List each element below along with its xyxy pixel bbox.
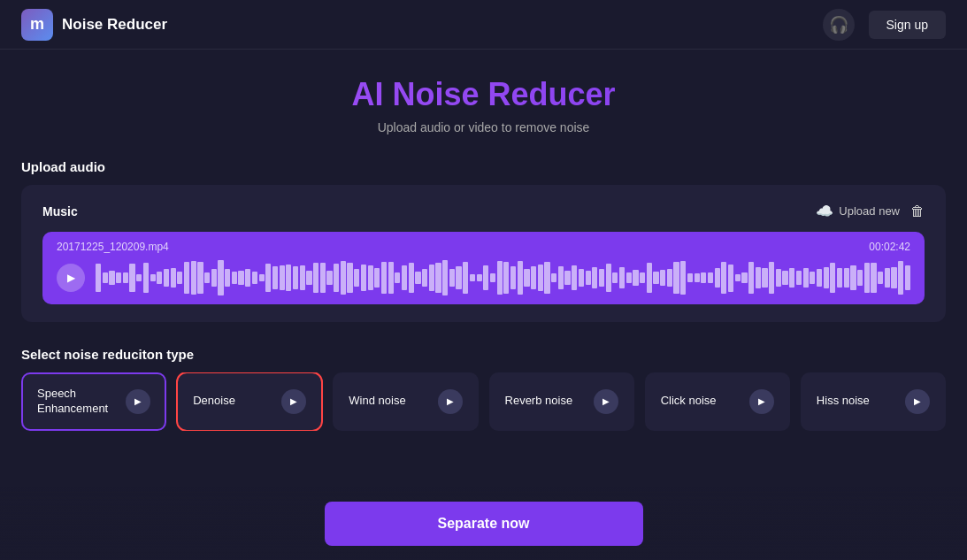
noise-play-button[interactable]: ▶ <box>126 389 150 414</box>
waveform-bar <box>878 272 883 284</box>
waveform-bar <box>280 265 285 289</box>
waveform-bar <box>544 262 549 293</box>
header-left: m Noise Reducer <box>21 9 167 41</box>
noise-section-label: Select noise reduciton type <box>21 347 946 362</box>
noise-card-label: Denoise <box>193 394 235 409</box>
duration: 00:02:42 <box>869 241 910 253</box>
waveform-bar <box>150 274 156 282</box>
waveform-bar <box>429 265 434 291</box>
waveform-bar <box>470 274 475 282</box>
waveform-bar <box>395 272 400 283</box>
play-button[interactable]: ▶ <box>57 264 85 292</box>
waveform-bar <box>381 262 387 294</box>
upload-icon: ☁️ <box>816 203 833 219</box>
noise-play-button[interactable]: ▶ <box>905 389 930 414</box>
waveform-bar <box>286 265 291 291</box>
waveform-bar <box>96 264 101 293</box>
waveform-bar <box>633 270 638 287</box>
waveform-bar <box>435 263 441 292</box>
waveform-bar <box>204 272 210 282</box>
upload-section-label: Upload audio <box>21 159 946 174</box>
waveform-bar <box>789 268 794 288</box>
waveform-bar <box>232 272 237 285</box>
waveform-bar <box>218 260 223 295</box>
waveform-bar <box>551 273 556 282</box>
waveform-bar <box>252 272 257 283</box>
logo-icon: m <box>21 9 53 41</box>
waveform-bar <box>695 273 700 283</box>
upload-actions: ☁️ Upload new 🗑 <box>816 203 925 219</box>
waveform-bar <box>653 272 658 285</box>
noise-play-button[interactable]: ▶ <box>594 389 618 414</box>
waveform-bar <box>871 263 876 294</box>
waveform-bar <box>599 269 604 288</box>
waveform-bar <box>238 271 243 286</box>
separate-now-button[interactable]: Separate now <box>325 502 643 546</box>
waveform-bar <box>796 271 802 285</box>
waveform-bar <box>265 264 271 292</box>
noise-card-click[interactable]: Click noise▶ <box>645 372 790 431</box>
noise-play-button[interactable]: ▶ <box>438 389 463 414</box>
waveform-bar <box>558 266 564 289</box>
upload-new-button[interactable]: ☁️ Upload new <box>816 203 900 219</box>
signup-button[interactable]: Sign up <box>869 11 946 39</box>
waveform-bar <box>123 272 128 283</box>
waveform-bar <box>728 265 733 292</box>
hero-subtitle: Upload audio or video to remove noise <box>21 120 946 134</box>
notification-icon[interactable]: 🎧 <box>823 9 855 41</box>
noise-card-denoise[interactable]: Denoise▶ <box>177 372 322 431</box>
noise-card-reverb[interactable]: Reverb noise▶ <box>489 372 634 431</box>
waveform-bar <box>422 269 427 286</box>
waveform-bar <box>606 264 611 292</box>
noise-play-button[interactable]: ▶ <box>749 389 774 414</box>
waveform-bar <box>857 270 863 286</box>
waveform-bar <box>463 262 468 294</box>
separate-btn-container: Separate now <box>0 487 967 560</box>
main-content: AI Noise Reducer Upload audio or video t… <box>0 50 967 466</box>
waveform-bars <box>96 260 910 295</box>
waveform-bar <box>735 274 741 281</box>
waveform-bar <box>592 267 597 288</box>
waveform-bar <box>844 268 849 287</box>
waveform-bar <box>524 269 529 288</box>
waveform-bar <box>612 272 618 284</box>
waveform-bar <box>164 269 169 288</box>
waveform-bar <box>660 270 665 286</box>
waveform-bar <box>129 264 134 291</box>
waveform-bar <box>368 265 373 290</box>
waveform-bar <box>171 268 176 288</box>
waveform-bar <box>388 262 394 293</box>
waveform-bar <box>184 262 189 294</box>
waveform-header: 20171225_120209.mp4 00:02:42 <box>57 241 910 253</box>
waveform-bar <box>824 267 829 288</box>
waveform-bar <box>673 262 679 294</box>
waveform-bar <box>490 273 495 282</box>
waveform-bar <box>415 272 420 284</box>
waveform-bar <box>891 267 896 288</box>
waveform-bar <box>680 261 686 294</box>
waveform-bar <box>503 262 509 295</box>
noise-cards: Speech Enhancement▶Denoise▶Wind noise▶Re… <box>21 372 946 431</box>
waveform-bar <box>109 271 114 285</box>
waveform-bar <box>748 262 754 294</box>
waveform-bar <box>715 268 720 288</box>
waveform-bar <box>456 266 461 289</box>
noise-play-button[interactable]: ▶ <box>281 389 306 414</box>
waveform-bar <box>293 266 298 289</box>
waveform-bar <box>313 263 318 294</box>
waveform-bar <box>810 272 815 284</box>
noise-card-wind[interactable]: Wind noise▶ <box>333 372 478 431</box>
app-name: Noise Reducer <box>62 16 167 34</box>
waveform-bar <box>191 261 196 295</box>
waveform-bar <box>647 263 652 293</box>
waveform-bar <box>586 271 591 285</box>
noise-card-label: Hiss noise <box>817 394 870 409</box>
waveform-bar <box>483 265 488 290</box>
delete-button[interactable]: 🗑 <box>910 203 925 219</box>
waveform-bar <box>157 272 162 283</box>
noise-card-hiss[interactable]: Hiss noise▶ <box>801 372 946 431</box>
waveform-bar <box>510 266 516 289</box>
noise-card-speech[interactable]: Speech Enhancement▶ <box>21 372 166 431</box>
hero-title: AI Noise Reducer <box>21 76 946 113</box>
waveform-bar <box>762 268 767 288</box>
